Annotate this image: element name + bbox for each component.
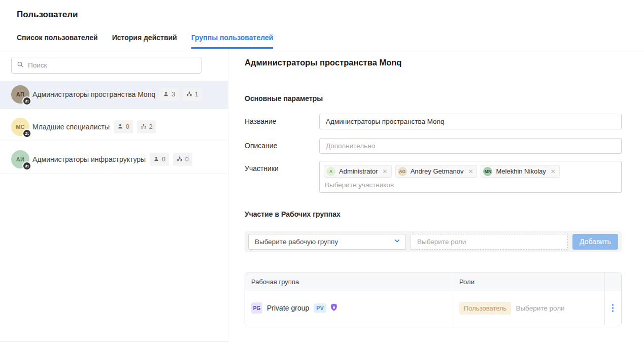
- row-actions-kebab-icon[interactable]: [612, 303, 614, 313]
- users-group-icon: [141, 122, 147, 131]
- description-input[interactable]: [319, 138, 622, 154]
- tab-user-list[interactable]: Список пользователей: [17, 33, 98, 49]
- chevron-down-icon: [394, 237, 400, 246]
- workgroups-count: 1: [195, 91, 198, 98]
- row-roles-placeholder[interactable]: Выберите роли: [516, 304, 564, 312]
- member-name: Melekhin Nikolay: [496, 167, 546, 175]
- table-header-row: Рабочая группа Роли: [245, 273, 621, 291]
- member-avatar: MN: [483, 167, 492, 176]
- group-list-item-junior-specialists[interactable]: МС Младшие специалисты 0 2: [0, 113, 228, 141]
- group-list-item-admins-monq[interactable]: АП Администраторы пространства Monq 3 1: [0, 81, 228, 109]
- column-header-workgroup: Рабочая группа: [245, 273, 453, 291]
- tab-action-history[interactable]: История действий: [112, 33, 177, 49]
- group-type-icon: [22, 161, 31, 170]
- members-field[interactable]: A Administrator ✕ AG Andrey Getmanov ✕ M…: [319, 161, 622, 193]
- private-shield-icon: [330, 303, 338, 314]
- member-name: Administrator: [339, 167, 378, 175]
- group-detail-panel: Администраторы пространства Monq Основны…: [228, 49, 644, 341]
- users-count: 0: [162, 156, 165, 163]
- member-avatar: AG: [398, 167, 407, 176]
- workgroups-heading: Участие в Рабочих группах: [245, 210, 622, 219]
- member-name: Andrey Getmanov: [411, 167, 464, 175]
- workgroup-name: Private group: [267, 304, 309, 312]
- basic-params-heading: Основные параметры: [245, 94, 622, 103]
- member-chip-andrey-getmanov: AG Andrey Getmanov ✕: [395, 165, 478, 178]
- role-tag: Пользователь: [459, 302, 511, 315]
- users-count-badge: 3: [159, 88, 179, 101]
- workgroups-count-badge: 2: [137, 120, 156, 133]
- groups-sidebar: АП Администраторы пространства Monq 3 1: [0, 49, 228, 341]
- workgroup-select[interactable]: Выберите рабочую группу: [248, 234, 406, 250]
- group-detail-title: Администраторы пространства Monq: [245, 57, 622, 68]
- users-count-badge: 0: [114, 120, 133, 133]
- member-chip-administrator: A Administrator ✕: [324, 165, 392, 178]
- workgroup-pv-badge: PV: [314, 303, 326, 313]
- column-header-roles: Роли: [453, 273, 604, 291]
- group-avatar: АИ: [11, 150, 29, 168]
- users-count-badge: 0: [150, 153, 169, 166]
- group-avatar-initials: АИ: [16, 156, 24, 162]
- workgroups-count-badge: 1: [183, 88, 202, 101]
- search-icon: [17, 61, 24, 70]
- workgroups-count: 2: [149, 123, 153, 130]
- table-row: PG Private group PV Пользователь Выберит…: [245, 291, 621, 325]
- group-name: Администраторы пространства Monq: [32, 90, 155, 98]
- users-count: 3: [172, 91, 175, 98]
- user-icon: [153, 155, 159, 164]
- group-type-icon: [22, 129, 31, 138]
- remove-member-icon[interactable]: ✕: [383, 168, 388, 175]
- add-workgroup-button[interactable]: Добавить: [572, 234, 618, 250]
- members-label: Участники: [245, 161, 319, 193]
- group-name: Младшие специалисты: [32, 123, 110, 131]
- group-avatar-initials: АП: [16, 91, 24, 97]
- roles-input[interactable]: [411, 234, 568, 250]
- remove-member-icon[interactable]: ✕: [551, 168, 556, 175]
- members-placeholder: Выберите участников: [324, 181, 617, 189]
- description-label: Описание: [245, 138, 319, 154]
- users-group-icon: [186, 90, 192, 99]
- group-avatar: МС: [11, 118, 29, 136]
- remove-member-icon[interactable]: ✕: [468, 168, 473, 175]
- group-avatar: АП: [11, 85, 29, 104]
- users-count: 0: [126, 123, 129, 130]
- page-header: Пользователи Список пользователей Истори…: [0, 9, 644, 49]
- page-title: Пользователи: [17, 9, 644, 20]
- tab-user-groups[interactable]: Группы пользователей: [191, 33, 274, 49]
- workgroup-avatar: PG: [251, 302, 262, 314]
- user-icon: [163, 90, 169, 99]
- column-header-actions: [604, 273, 621, 291]
- workgroups-count-badge: 0: [173, 153, 192, 166]
- member-chip-melekhin-nikolay: MN Melekhin Nikolay ✕: [481, 165, 559, 178]
- name-input[interactable]: [319, 114, 622, 129]
- group-type-icon: [22, 96, 31, 106]
- workgroups-table: Рабочая группа Роли PG Private group PV …: [245, 272, 622, 325]
- group-avatar-initials: МС: [16, 124, 25, 130]
- group-search: [11, 57, 201, 74]
- member-avatar: A: [326, 167, 335, 176]
- workgroups-count: 0: [185, 156, 189, 163]
- user-icon: [117, 122, 123, 131]
- name-label: Название: [245, 114, 319, 129]
- workgroup-add-bar: Выберите рабочую группу Добавить: [245, 231, 622, 252]
- workgroup-select-value: Выберите рабочую группу: [255, 238, 338, 246]
- tab-bar: Список пользователей История действий Гр…: [17, 33, 644, 49]
- group-name: Администраторы инфраструктуры: [32, 155, 146, 163]
- group-list: АП Администраторы пространства Monq 3 1: [0, 81, 228, 174]
- search-input[interactable]: [28, 61, 196, 69]
- group-list-item-infra-admins[interactable]: АИ Администраторы инфраструктуры 0 0: [0, 146, 228, 174]
- users-group-icon: [177, 155, 183, 164]
